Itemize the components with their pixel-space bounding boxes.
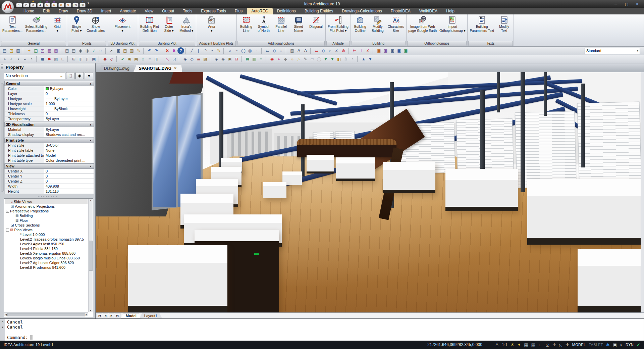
characters-size-button[interactable]: AACharactersSize <box>386 15 406 41</box>
print-preview-icon[interactable]: ◉ <box>77 47 84 54</box>
tree-item[interactable]: −▨Plan Views <box>5 228 88 232</box>
property-value[interactable]: 0 <box>44 174 94 179</box>
close-button[interactable]: ✕ <box>632 1 642 7</box>
arc-icon[interactable]: ◠ <box>202 47 209 54</box>
circle-icon[interactable]: ○ <box>226 47 233 54</box>
slope2-icon[interactable]: ◿ <box>171 56 177 62</box>
sketch-icon[interactable]: ✎ <box>215 47 222 54</box>
fillet-icon[interactable]: ⌐ <box>327 47 333 54</box>
ironas-method-button[interactable]: Irona'sMethod ▾ <box>178 15 195 41</box>
street-name-button[interactable]: StreetName <box>290 15 307 41</box>
placement-button[interactable]: Placement▾ <box>108 15 137 41</box>
property-section-header[interactable]: View▲ <box>4 163 94 169</box>
image-from-web-button[interactable]: Image from Webpage-Google Earth <box>407 15 438 41</box>
edit-block-icon[interactable]: ◇ <box>108 56 115 62</box>
rectangle-icon[interactable]: ▭ <box>264 47 271 54</box>
modify-text-button[interactable]: ModifyText <box>495 15 513 41</box>
diagonal-button[interactable]: Diagonal <box>307 15 325 41</box>
revcloud-icon[interactable]: ◌ <box>278 47 284 54</box>
view-down-icon[interactable]: ▼ <box>367 56 374 62</box>
multiline-icon[interactable]: ∥ <box>195 47 202 54</box>
quick-access-button-08[interactable]: ◕08 <box>79 0 86 7</box>
tree-item[interactable]: Level:4 Pirinia 834.150 <box>5 246 88 251</box>
layout-nav-button-1[interactable]: ◀ <box>103 313 108 318</box>
property-value[interactable]: 0 <box>44 111 94 116</box>
hatch-icon[interactable]: ▨ <box>289 47 296 54</box>
open-green-icon[interactable]: ◱ <box>33 47 39 54</box>
parallel-line-button[interactable]: ParallelLine <box>272 15 290 41</box>
egg-icon[interactable]: ◯ <box>316 56 322 62</box>
doc-tab-spahotel-dwg[interactable]: SPAHOTEL.DWG✕ <box>133 65 182 72</box>
layout-nav-button-0[interactable]: |◀ <box>97 313 102 318</box>
sun-icon[interactable]: ☼ <box>289 56 296 62</box>
line-icon[interactable]: ╱ <box>189 47 195 54</box>
single-point-button[interactable]: SinglePoint ▾ <box>68 15 85 41</box>
undo-icon[interactable]: ↶ <box>146 47 153 54</box>
sphere2-icon[interactable]: ◐ <box>8 56 15 62</box>
quick-access-button-5[interactable]: ▣5 <box>44 0 50 7</box>
close-tab-icon[interactable]: ✕ <box>174 66 177 70</box>
menu-tab-annotate[interactable]: Annotate <box>115 8 140 14</box>
opening-tool-icon[interactable]: ▯ <box>84 56 91 62</box>
sphere5-icon[interactable]: ◓ <box>28 56 35 62</box>
save-icon[interactable]: ◳ <box>39 47 46 54</box>
settings-gear-icon[interactable]: ✱ <box>606 343 610 347</box>
property-value[interactable]: ByLayer <box>44 96 94 101</box>
quick-access-button-09[interactable]: ▤09 <box>72 0 78 7</box>
text-parameters-button[interactable]: TextParameters... <box>1 15 24 41</box>
panel-grip[interactable] <box>1 64 3 70</box>
menu-tab-building-entities[interactable]: Building Entities <box>300 8 337 14</box>
property-value[interactable]: 0 <box>44 179 94 184</box>
print-icon[interactable]: ▤ <box>64 47 70 54</box>
property-value[interactable]: ByLayer <box>44 86 94 91</box>
camera-icon[interactable]: ◉ <box>269 56 275 62</box>
person-icon[interactable]: ♙ <box>342 56 349 62</box>
sphere6-icon[interactable]: ◓ <box>349 56 356 62</box>
collapse-icon[interactable]: ▲ <box>89 123 92 126</box>
layout-nav-button-3[interactable]: ▶| <box>115 313 120 318</box>
target-icon[interactable]: ⊕ <box>340 47 347 54</box>
property-value[interactable]: 181.116 <box>44 189 94 194</box>
stairs-icon[interactable]: ≣ <box>195 56 202 62</box>
dyn-label[interactable]: DYN <box>626 343 634 347</box>
sphere1-icon[interactable]: ● <box>1 56 8 62</box>
minimize-button[interactable]: ─ <box>611 1 621 7</box>
point-icon[interactable]: · <box>253 47 260 54</box>
erase-icon[interactable]: ✖ <box>164 47 171 54</box>
toolbar-overflow-icon[interactable]: ▾ <box>88 1 89 5</box>
furniture-icon[interactable]: ◫ <box>153 56 160 62</box>
help-icon[interactable]: ? <box>177 47 184 54</box>
drawing-viewport[interactable] <box>96 72 644 312</box>
arc2-icon[interactable]: ◔ <box>233 47 240 54</box>
property-value[interactable]: 0 <box>44 169 94 173</box>
roof1-icon[interactable]: ◈ <box>182 56 189 62</box>
export-acis2-icon[interactable]: ▦ <box>53 47 59 54</box>
quick-access-button-2[interactable]: ▰2 <box>23 0 29 7</box>
layer3-icon[interactable]: ▣ <box>389 47 396 54</box>
tree-item[interactable]: ◳Axonometric Projections <box>5 204 88 209</box>
thumb-icon[interactable]: ▣ <box>126 56 133 62</box>
lamp-icon[interactable]: △ <box>296 56 302 62</box>
menu-tab-output[interactable]: Output <box>158 8 178 14</box>
text-style-icon[interactable]: A <box>296 47 302 54</box>
snap-mode-icon[interactable]: ▦ <box>531 343 535 347</box>
paste-special-icon[interactable]: ▥ <box>128 47 135 54</box>
corner-icon[interactable]: ∟ <box>59 56 66 62</box>
layer4-icon[interactable]: ▣ <box>396 47 402 54</box>
quick-access-button-3[interactable]: ✸3 <box>30 0 36 7</box>
purge-icon[interactable]: ✖ <box>171 47 177 54</box>
panel-splitter[interactable] <box>0 194 95 198</box>
import-orthophotomap-button[interactable]: ImportOrthophotomap ▾ <box>438 15 467 41</box>
menu-tab-plus[interactable]: Plus <box>230 8 247 14</box>
menu-tab-home[interactable]: Home <box>19 8 39 14</box>
object-snap-icon[interactable]: ✛ <box>552 343 556 347</box>
property-section-header[interactable]: 3D Visualisation▲ <box>4 122 94 127</box>
chamfer-icon[interactable]: ∠ <box>333 47 340 54</box>
from-building-plot-point-button[interactable]: xFrom BuildingPlot Point ▾ <box>326 15 350 41</box>
tree-expander-icon[interactable]: − <box>6 229 9 232</box>
layout-tab-model[interactable]: Model <box>121 313 142 318</box>
publish-icon[interactable]: ◎ <box>84 47 91 54</box>
menu-tab-draw-3d[interactable]: Draw 3D <box>72 8 97 14</box>
grid-button[interactable]: Grid▾ <box>49 15 66 41</box>
tree-item[interactable]: ◪Cross Sections <box>5 223 88 228</box>
